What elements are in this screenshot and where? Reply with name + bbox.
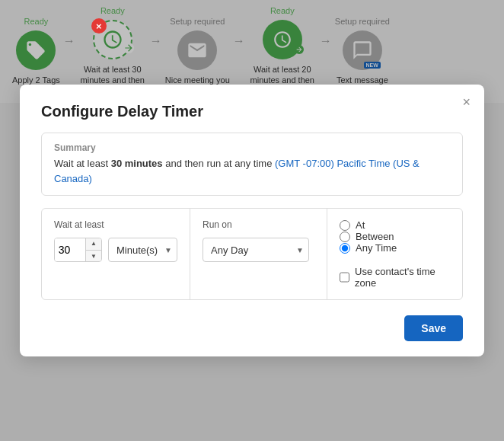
unit-select-wrap: Minute(s) Hour(s) Day(s) ▼ bbox=[108, 238, 177, 262]
timezone-checkbox[interactable] bbox=[340, 272, 349, 283]
timezone-checkbox-label: Use contact's time zone bbox=[355, 266, 450, 289]
spinner-btns: ▲ ▼ bbox=[85, 238, 101, 262]
any-time-option[interactable]: Any Time bbox=[340, 242, 450, 254]
modal-title: Configure Delay Timer bbox=[41, 103, 463, 120]
wait-label: Wait at least bbox=[54, 219, 177, 230]
timezone-checkbox-row[interactable]: Use contact's time zone bbox=[340, 266, 450, 289]
at-label: At bbox=[356, 219, 365, 231]
between-radio[interactable] bbox=[340, 232, 350, 242]
close-button[interactable]: × bbox=[462, 95, 471, 109]
between-option[interactable]: Between bbox=[340, 231, 450, 242]
at-radio[interactable] bbox=[340, 220, 350, 231]
between-label: Between bbox=[356, 231, 394, 242]
run-on-col: Run on Any Day Weekdays Weekends ▼ bbox=[190, 209, 327, 299]
summary-box: Summary Wait at least 30 minutes and the… bbox=[41, 133, 463, 196]
configure-delay-modal: Configure Delay Timer × Summary Wait at … bbox=[20, 85, 484, 356]
summary-text: Wait at least 30 minutes and then run at… bbox=[54, 156, 450, 186]
unit-select[interactable]: Minute(s) Hour(s) Day(s) bbox=[108, 238, 177, 262]
modal-footer: Save bbox=[41, 315, 463, 341]
at-option[interactable]: At bbox=[340, 219, 450, 231]
run-on-select-wrap: Any Day Weekdays Weekends ▼ bbox=[203, 238, 309, 262]
spinner-down[interactable]: ▼ bbox=[86, 251, 101, 263]
wait-input-row: ▲ ▼ Minute(s) Hour(s) Day(s) ▼ bbox=[54, 238, 177, 262]
spinner-up[interactable]: ▲ bbox=[86, 238, 101, 251]
time-options-col: At Between Any Time Use contact's time z… bbox=[327, 209, 462, 299]
wait-at-least-col: Wait at least ▲ ▼ Minute(s) Hour(s) bbox=[42, 209, 190, 299]
form-row: Wait at least ▲ ▼ Minute(s) Hour(s) bbox=[41, 208, 463, 300]
summary-prefix: Wait at least bbox=[54, 158, 111, 169]
modal-overlay: Configure Delay Timer × Summary Wait at … bbox=[0, 0, 504, 441]
run-on-label: Run on bbox=[203, 219, 314, 230]
summary-label: Summary bbox=[54, 142, 450, 153]
summary-middle: and then run at any time bbox=[163, 158, 275, 169]
number-input-wrap: ▲ ▼ bbox=[54, 238, 102, 262]
wait-number-input[interactable] bbox=[55, 238, 85, 262]
any-time-radio[interactable] bbox=[340, 243, 350, 254]
error-badge: × bbox=[91, 18, 107, 34]
run-on-select[interactable]: Any Day Weekdays Weekends bbox=[203, 238, 309, 262]
summary-bold: 30 minutes bbox=[111, 158, 163, 169]
any-time-label: Any Time bbox=[356, 242, 397, 254]
save-button[interactable]: Save bbox=[404, 315, 463, 341]
